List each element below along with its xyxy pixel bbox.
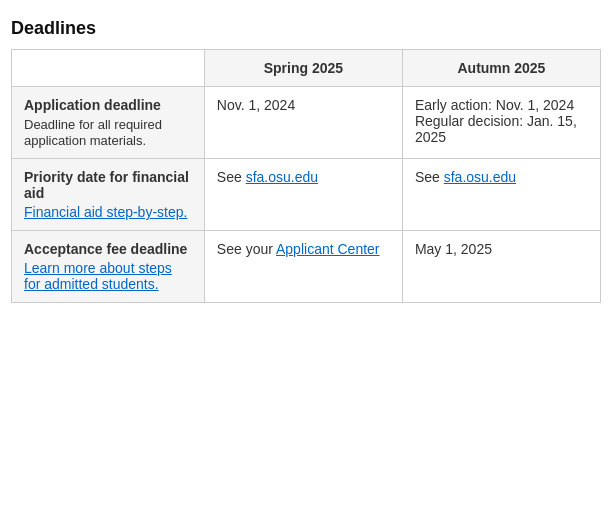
header-spring: Spring 2025 bbox=[204, 50, 402, 87]
page-wrapper: Deadlines Spring 2025 Autumn 2025 Applic… bbox=[11, 10, 601, 303]
section-title: Deadlines bbox=[11, 10, 601, 49]
row3-label: Acceptance fee deadline bbox=[24, 241, 192, 257]
applicant-center-link[interactable]: Applicant Center bbox=[276, 241, 380, 257]
row2-autumn: See sfa.osu.edu bbox=[402, 159, 600, 231]
row3-autumn: May 1, 2025 bbox=[402, 231, 600, 303]
row1-autumn-line1: Early action: Nov. 1, 2024 bbox=[415, 97, 574, 113]
row2-spring: See sfa.osu.edu bbox=[204, 159, 402, 231]
row2-spring-prefix: See bbox=[217, 169, 246, 185]
row1-spring-text: Nov. 1, 2024 bbox=[217, 97, 295, 113]
row3-autumn-text: May 1, 2025 bbox=[415, 241, 492, 257]
row2-autumn-link[interactable]: sfa.osu.edu bbox=[444, 169, 516, 185]
table-row: Acceptance fee deadline Learn more about… bbox=[12, 231, 601, 303]
table-row: Priority date for financial aid Financia… bbox=[12, 159, 601, 231]
row2-label: Priority date for financial aid bbox=[24, 169, 192, 201]
row3-spring: See your Applicant Center bbox=[204, 231, 402, 303]
header-autumn: Autumn 2025 bbox=[402, 50, 600, 87]
row2-spring-link[interactable]: sfa.osu.edu bbox=[246, 169, 318, 185]
row1-label-cell: Application deadline Deadline for all re… bbox=[12, 87, 205, 159]
row1-autumn: Early action: Nov. 1, 2024 Regular decis… bbox=[402, 87, 600, 159]
row1-sublabel: Deadline for all required application ma… bbox=[24, 117, 162, 148]
row2-autumn-prefix: See bbox=[415, 169, 444, 185]
financial-aid-link[interactable]: Financial aid step-by-step. bbox=[24, 204, 187, 220]
deadlines-table: Spring 2025 Autumn 2025 Application dead… bbox=[11, 49, 601, 303]
row3-label-cell: Acceptance fee deadline Learn more about… bbox=[12, 231, 205, 303]
row1-spring: Nov. 1, 2024 bbox=[204, 87, 402, 159]
row1-autumn-line2: Regular decision: Jan. 15, 2025 bbox=[415, 113, 577, 145]
admitted-students-link[interactable]: Learn more about steps for admitted stud… bbox=[24, 260, 172, 292]
row1-label: Application deadline bbox=[24, 97, 192, 113]
row3-spring-prefix: See your bbox=[217, 241, 276, 257]
header-col1 bbox=[12, 50, 205, 87]
table-row: Application deadline Deadline for all re… bbox=[12, 87, 601, 159]
row2-label-cell: Priority date for financial aid Financia… bbox=[12, 159, 205, 231]
